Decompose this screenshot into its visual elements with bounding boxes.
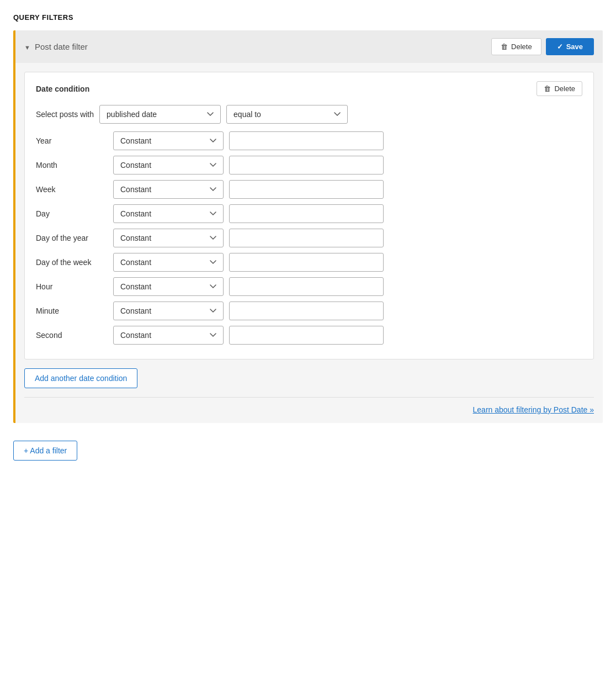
field-row-month: Month Constant	[36, 156, 582, 174]
day-of-week-constant-select[interactable]: Constant	[113, 253, 224, 272]
filter-body: Date condition Delete Select posts with …	[15, 63, 603, 423]
field-label-day-of-week: Day of the week	[36, 258, 113, 267]
hour-input[interactable]	[229, 277, 384, 296]
field-row-minute: Minute Constant	[36, 302, 582, 320]
query-filters-label: QUERY FILTERS	[13, 13, 603, 22]
query-filters-section: QUERY FILTERS Post date filter Delete Sa…	[13, 13, 603, 461]
select-posts-row: Select posts with published date modifie…	[36, 105, 582, 124]
add-filter-button[interactable]: + Add a filter	[13, 441, 77, 461]
field-label-month: Month	[36, 161, 113, 170]
add-condition-button[interactable]: Add another date condition	[24, 368, 137, 388]
condition-header: Date condition Delete	[36, 81, 582, 96]
day-of-year-input[interactable]	[229, 229, 384, 247]
filter-header-left: Post date filter	[24, 42, 88, 51]
field-label-minute: Minute	[36, 306, 113, 315]
filter-save-label: Save	[566, 43, 583, 51]
field-label-year: Year	[36, 136, 113, 145]
condition-trash-icon	[544, 84, 551, 93]
field-label-day: Day	[36, 209, 113, 218]
minute-constant-select[interactable]: Constant	[113, 302, 224, 320]
filter-save-button[interactable]: Save	[546, 38, 594, 55]
week-input[interactable]	[229, 180, 384, 199]
week-constant-select[interactable]: Constant	[113, 180, 224, 199]
year-input[interactable]	[229, 131, 384, 150]
condition-delete-label: Delete	[554, 84, 575, 93]
filter-funnel-icon	[24, 42, 30, 51]
field-label-hour: Hour	[36, 282, 113, 291]
filter-delete-label: Delete	[511, 43, 532, 51]
day-of-week-input[interactable]	[229, 253, 384, 272]
field-row-day-of-week: Day of the week Constant	[36, 253, 582, 272]
field-label-week: Week	[36, 185, 113, 194]
date-fields-container: Year Constant Month Constant	[36, 131, 582, 345]
filter-header: Post date filter Delete Save	[15, 30, 603, 63]
add-condition-label: Add another date condition	[35, 374, 127, 383]
condition-title: Date condition	[36, 84, 89, 93]
month-input[interactable]	[229, 156, 384, 174]
condition-delete-button[interactable]: Delete	[537, 81, 582, 96]
filter-card: Post date filter Delete Save Date condit…	[13, 30, 603, 423]
day-of-year-constant-select[interactable]: Constant	[113, 229, 224, 247]
field-row-week: Week Constant	[36, 180, 582, 199]
select-posts-label: Select posts with	[36, 110, 94, 119]
date-type-select[interactable]: published date modified date	[99, 105, 221, 124]
field-row-day-of-year: Day of the year Constant	[36, 229, 582, 247]
add-filter-label: + Add a filter	[24, 446, 67, 455]
field-row-year: Year Constant	[36, 131, 582, 150]
check-icon	[557, 43, 563, 51]
second-input[interactable]	[229, 326, 384, 345]
minute-input[interactable]	[229, 302, 384, 320]
field-row-second: Second Constant	[36, 326, 582, 345]
year-constant-select[interactable]: Constant	[113, 131, 224, 150]
field-row-day: Day Constant	[36, 204, 582, 223]
learn-link[interactable]: Learn about filtering by Post Date »	[473, 405, 594, 414]
filter-header-buttons: Delete Save	[491, 38, 594, 55]
field-row-hour: Hour Constant	[36, 277, 582, 296]
filter-title: Post date filter	[35, 42, 88, 51]
filter-footer: Learn about filtering by Post Date »	[24, 397, 594, 414]
field-label-second: Second	[36, 331, 113, 340]
month-constant-select[interactable]: Constant	[113, 156, 224, 174]
day-input[interactable]	[229, 204, 384, 223]
condition-card: Date condition Delete Select posts with …	[24, 72, 594, 359]
day-constant-select[interactable]: Constant	[113, 204, 224, 223]
field-label-day-of-year: Day of the year	[36, 234, 113, 242]
trash-icon	[501, 43, 508, 51]
hour-constant-select[interactable]: Constant	[113, 277, 224, 296]
filter-delete-button[interactable]: Delete	[491, 38, 541, 55]
second-constant-select[interactable]: Constant	[113, 326, 224, 345]
comparison-select[interactable]: equal to not equal to greater than less …	[226, 105, 348, 124]
